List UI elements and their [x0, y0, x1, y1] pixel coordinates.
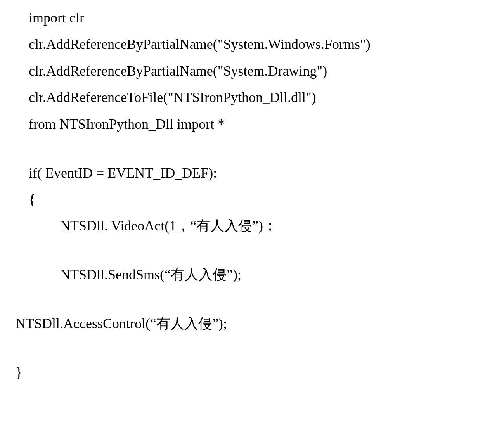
- blank-line: [16, 288, 504, 311]
- code-document: import clr clr.AddReferenceByPartialName…: [0, 0, 504, 386]
- blank-line: [16, 337, 504, 360]
- code-line: NTSDll.AccessControl(“有人入侵”);: [16, 310, 504, 337]
- code-line: if( EventID = EVENT_ID_DEF):: [16, 160, 504, 186]
- code-line: {: [16, 186, 504, 213]
- code-line: clr.AddReferenceByPartialName("System.Wi…: [16, 31, 504, 57]
- code-line: from NTSIronPython_Dll import *: [16, 111, 504, 137]
- code-line: NTSDll.SendSms(“有人入侵”);: [16, 261, 504, 288]
- code-line: clr.AddReferenceByPartialName("System.Dr…: [16, 58, 504, 84]
- code-line: import clr: [16, 5, 504, 31]
- blank-line: [16, 239, 504, 262]
- blank-line: [16, 137, 504, 160]
- code-line: clr.AddReferenceToFile("NTSIronPython_Dl…: [16, 84, 504, 111]
- code-line: }: [16, 359, 504, 386]
- code-line: NTSDll. VideoAct(1，“有人入侵”)；: [16, 213, 504, 239]
